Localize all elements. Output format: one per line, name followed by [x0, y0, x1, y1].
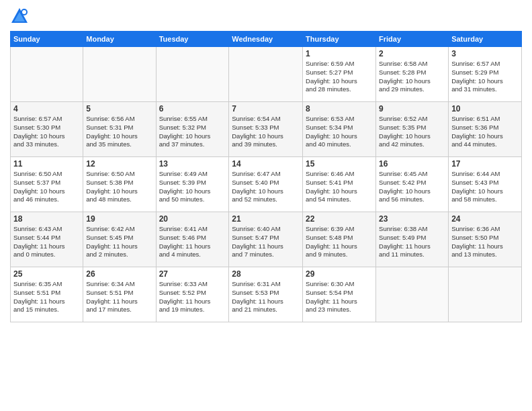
- day-info: Sunrise: 6:44 AM Sunset: 5:43 PM Dayligh…: [451, 170, 519, 204]
- calendar-cell: [376, 267, 449, 322]
- day-info: Sunrise: 6:57 AM Sunset: 5:30 PM Dayligh…: [13, 115, 80, 149]
- calendar-cell: 29Sunrise: 6:30 AM Sunset: 5:54 PM Dayli…: [303, 267, 376, 322]
- day-number: 7: [232, 104, 300, 113]
- calendar-cell: [156, 47, 229, 102]
- day-info: Sunrise: 6:45 AM Sunset: 5:42 PM Dayligh…: [379, 170, 445, 204]
- calendar-cell: 1Sunrise: 6:59 AM Sunset: 5:27 PM Daylig…: [303, 47, 376, 102]
- weekday-header-tuesday: Tuesday: [156, 32, 229, 47]
- weekday-header-row: SundayMondayTuesdayWednesdayThursdayFrid…: [11, 32, 522, 47]
- calendar-cell: 5Sunrise: 6:56 AM Sunset: 5:31 PM Daylig…: [83, 102, 156, 157]
- calendar-cell: 17Sunrise: 6:44 AM Sunset: 5:43 PM Dayli…: [449, 157, 522, 212]
- calendar-cell: 21Sunrise: 6:40 AM Sunset: 5:47 PM Dayli…: [229, 212, 303, 267]
- weekday-header-monday: Monday: [83, 32, 156, 47]
- day-info: Sunrise: 6:33 AM Sunset: 5:52 PM Dayligh…: [159, 280, 226, 314]
- day-info: Sunrise: 6:35 AM Sunset: 5:51 PM Dayligh…: [13, 280, 80, 314]
- calendar-cell: [83, 47, 156, 102]
- weekday-header-saturday: Saturday: [449, 32, 522, 47]
- calendar-cell: 16Sunrise: 6:45 AM Sunset: 5:42 PM Dayli…: [376, 157, 449, 212]
- logo: [10, 7, 32, 26]
- header: [10, 7, 522, 26]
- calendar-cell: 11Sunrise: 6:50 AM Sunset: 5:37 PM Dayli…: [11, 157, 83, 212]
- calendar-week-2: 4Sunrise: 6:57 AM Sunset: 5:30 PM Daylig…: [11, 102, 522, 157]
- day-number: 25: [13, 269, 80, 279]
- day-info: Sunrise: 6:43 AM Sunset: 5:44 PM Dayligh…: [13, 225, 80, 259]
- calendar-cell: 27Sunrise: 6:33 AM Sunset: 5:52 PM Dayli…: [156, 267, 229, 322]
- day-info: Sunrise: 6:31 AM Sunset: 5:53 PM Dayligh…: [232, 280, 300, 314]
- weekday-header-thursday: Thursday: [303, 32, 376, 47]
- day-number: 14: [232, 159, 300, 169]
- day-info: Sunrise: 6:47 AM Sunset: 5:40 PM Dayligh…: [232, 170, 300, 204]
- day-number: 19: [86, 214, 152, 224]
- day-info: Sunrise: 6:53 AM Sunset: 5:34 PM Dayligh…: [306, 115, 373, 149]
- calendar-week-5: 25Sunrise: 6:35 AM Sunset: 5:51 PM Dayli…: [11, 267, 522, 322]
- calendar-cell: 26Sunrise: 6:34 AM Sunset: 5:51 PM Dayli…: [83, 267, 156, 322]
- day-info: Sunrise: 6:56 AM Sunset: 5:31 PM Dayligh…: [86, 115, 152, 149]
- calendar-cell: 25Sunrise: 6:35 AM Sunset: 5:51 PM Dayli…: [11, 267, 83, 322]
- page-container: SundayMondayTuesdayWednesdayThursdayFrid…: [0, 0, 532, 329]
- day-number: 10: [451, 104, 519, 113]
- day-number: 18: [13, 214, 80, 224]
- weekday-header-sunday: Sunday: [11, 32, 83, 47]
- day-info: Sunrise: 6:57 AM Sunset: 5:29 PM Dayligh…: [451, 60, 519, 94]
- calendar-cell: 18Sunrise: 6:43 AM Sunset: 5:44 PM Dayli…: [11, 212, 83, 267]
- weekday-header-wednesday: Wednesday: [229, 32, 303, 47]
- day-number: 5: [86, 104, 152, 113]
- day-info: Sunrise: 6:58 AM Sunset: 5:28 PM Dayligh…: [379, 60, 445, 94]
- calendar-cell: 2Sunrise: 6:58 AM Sunset: 5:28 PM Daylig…: [376, 47, 449, 102]
- day-number: 1: [306, 49, 373, 58]
- day-number: 16: [379, 159, 445, 169]
- calendar-cell: 19Sunrise: 6:42 AM Sunset: 5:45 PM Dayli…: [83, 212, 156, 267]
- day-number: 22: [306, 214, 373, 224]
- calendar-cell: 15Sunrise: 6:46 AM Sunset: 5:41 PM Dayli…: [303, 157, 376, 212]
- day-number: 29: [306, 269, 373, 279]
- day-info: Sunrise: 6:42 AM Sunset: 5:45 PM Dayligh…: [86, 225, 152, 259]
- svg-point-3: [22, 10, 26, 14]
- day-info: Sunrise: 6:39 AM Sunset: 5:48 PM Dayligh…: [306, 225, 373, 259]
- day-info: Sunrise: 6:30 AM Sunset: 5:54 PM Dayligh…: [306, 280, 373, 314]
- logo-icon: [10, 7, 29, 26]
- day-info: Sunrise: 6:50 AM Sunset: 5:37 PM Dayligh…: [13, 170, 80, 204]
- calendar-cell: [11, 47, 83, 102]
- day-number: 2: [379, 49, 445, 58]
- calendar-cell: 22Sunrise: 6:39 AM Sunset: 5:48 PM Dayli…: [303, 212, 376, 267]
- calendar-cell: 4Sunrise: 6:57 AM Sunset: 5:30 PM Daylig…: [11, 102, 83, 157]
- day-number: 8: [306, 104, 373, 113]
- day-number: 9: [379, 104, 445, 113]
- calendar-cell: 3Sunrise: 6:57 AM Sunset: 5:29 PM Daylig…: [449, 47, 522, 102]
- day-number: 21: [232, 214, 300, 224]
- day-number: 12: [86, 159, 152, 169]
- day-number: 28: [232, 269, 300, 279]
- calendar-cell: 28Sunrise: 6:31 AM Sunset: 5:53 PM Dayli…: [229, 267, 303, 322]
- day-info: Sunrise: 6:59 AM Sunset: 5:27 PM Dayligh…: [306, 60, 373, 94]
- calendar-week-1: 1Sunrise: 6:59 AM Sunset: 5:27 PM Daylig…: [11, 47, 522, 102]
- calendar-cell: 13Sunrise: 6:49 AM Sunset: 5:39 PM Dayli…: [156, 157, 229, 212]
- day-info: Sunrise: 6:50 AM Sunset: 5:38 PM Dayligh…: [86, 170, 152, 204]
- calendar-cell: 9Sunrise: 6:52 AM Sunset: 5:35 PM Daylig…: [376, 102, 449, 157]
- day-number: 26: [86, 269, 152, 279]
- day-info: Sunrise: 6:52 AM Sunset: 5:35 PM Dayligh…: [379, 115, 445, 149]
- day-info: Sunrise: 6:36 AM Sunset: 5:50 PM Dayligh…: [451, 225, 519, 259]
- day-number: 23: [379, 214, 445, 224]
- calendar-cell: 8Sunrise: 6:53 AM Sunset: 5:34 PM Daylig…: [303, 102, 376, 157]
- calendar-cell: 14Sunrise: 6:47 AM Sunset: 5:40 PM Dayli…: [229, 157, 303, 212]
- day-info: Sunrise: 6:51 AM Sunset: 5:36 PM Dayligh…: [451, 115, 519, 149]
- calendar-cell: 10Sunrise: 6:51 AM Sunset: 5:36 PM Dayli…: [449, 102, 522, 157]
- calendar-cell: 20Sunrise: 6:41 AM Sunset: 5:46 PM Dayli…: [156, 212, 229, 267]
- calendar-cell: 24Sunrise: 6:36 AM Sunset: 5:50 PM Dayli…: [449, 212, 522, 267]
- calendar-week-4: 18Sunrise: 6:43 AM Sunset: 5:44 PM Dayli…: [11, 212, 522, 267]
- day-info: Sunrise: 6:38 AM Sunset: 5:49 PM Dayligh…: [379, 225, 445, 259]
- day-number: 6: [159, 104, 226, 113]
- day-info: Sunrise: 6:40 AM Sunset: 5:47 PM Dayligh…: [232, 225, 300, 259]
- day-info: Sunrise: 6:54 AM Sunset: 5:33 PM Dayligh…: [232, 115, 300, 149]
- calendar-cell: 7Sunrise: 6:54 AM Sunset: 5:33 PM Daylig…: [229, 102, 303, 157]
- day-number: 27: [159, 269, 226, 279]
- day-info: Sunrise: 6:46 AM Sunset: 5:41 PM Dayligh…: [306, 170, 373, 204]
- day-info: Sunrise: 6:34 AM Sunset: 5:51 PM Dayligh…: [86, 280, 152, 314]
- day-number: 15: [306, 159, 373, 169]
- calendar-cell: 12Sunrise: 6:50 AM Sunset: 5:38 PM Dayli…: [83, 157, 156, 212]
- calendar-cell: [449, 267, 522, 322]
- calendar-table: SundayMondayTuesdayWednesdayThursdayFrid…: [10, 31, 522, 322]
- day-info: Sunrise: 6:41 AM Sunset: 5:46 PM Dayligh…: [159, 225, 226, 259]
- day-number: 24: [451, 214, 519, 224]
- calendar-cell: 6Sunrise: 6:55 AM Sunset: 5:32 PM Daylig…: [156, 102, 229, 157]
